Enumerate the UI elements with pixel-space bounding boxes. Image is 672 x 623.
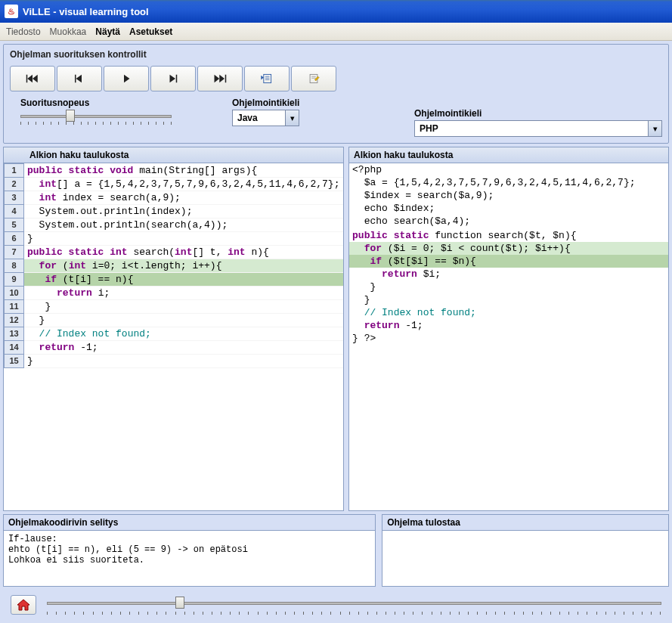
output-body <box>382 530 668 586</box>
lang-select-left-value: Java <box>233 113 285 123</box>
menu-file[interactable]: Tiedosto <box>6 26 41 37</box>
window-title: ViLLE - visual learning tool <box>23 6 149 17</box>
left-code-title: Alkion haku taulukosta <box>3 147 344 163</box>
home-button[interactable] <box>11 595 36 615</box>
footer <box>3 590 669 620</box>
code-line[interactable]: 10 return i; <box>5 286 344 299</box>
left-code-panel: Alkion haku taulukosta 1public static vo… <box>3 147 344 511</box>
menu-settings[interactable]: Asetukset <box>129 26 172 37</box>
right-code-panel: Alkion haku taulukosta <?php $a = {1,5,4… <box>348 147 669 511</box>
java-icon: ♨ <box>5 5 18 18</box>
svg-rect-0 <box>26 75 28 83</box>
svg-marker-8 <box>215 75 220 83</box>
code-line[interactable]: 7public static int search(int[] t, int n… <box>5 245 344 259</box>
svg-marker-3 <box>76 75 82 83</box>
explain-body: If-lause: ehto (t[i] == n), eli (5 == 9)… <box>4 530 375 586</box>
svg-marker-5 <box>124 75 130 83</box>
code-line[interactable]: 12 } <box>5 313 344 327</box>
edit-button[interactable] <box>291 66 336 91</box>
code-line[interactable]: for ($i = 0; $i < count($t); $i++){ <box>349 242 668 255</box>
controls-panel: Ohjelman suorituksen kontrollit Suoritus… <box>3 44 669 144</box>
explain-title: Ohjelmakoodirivin selitys <box>4 515 375 530</box>
svg-marker-1 <box>27 75 33 83</box>
code-line[interactable]: return $i; <box>349 268 668 281</box>
output-title: Ohjelma tulostaa <box>382 515 668 530</box>
code-line[interactable]: 1public static void main(String[] args){ <box>5 164 344 178</box>
code-line[interactable]: echo $index; <box>349 202 668 215</box>
svg-rect-11 <box>264 74 271 82</box>
right-code-title: Alkion haku taulukosta <box>348 147 669 163</box>
code-line[interactable]: $index = search($a,9); <box>349 189 668 202</box>
code-line[interactable]: echo search($a,4); <box>349 215 668 228</box>
svg-rect-10 <box>225 75 227 83</box>
explain-panel: Ohjelmakoodirivin selitys If-lause: ehto… <box>3 514 376 587</box>
code-line[interactable]: 3 int index = search(a,9); <box>5 191 344 204</box>
code-line[interactable]: 14 return -1; <box>5 340 344 354</box>
code-line[interactable]: 9 if (t[i] == n){ <box>5 272 344 286</box>
speed-label: Suoritusnopeus <box>20 98 172 108</box>
svg-marker-2 <box>33 75 38 83</box>
code-line[interactable]: 2 int[] a = {1,5,4,2,3,7,5,7,9,6,3,2,4,5… <box>5 177 344 191</box>
fast-forward-button[interactable] <box>197 66 243 91</box>
code-line[interactable]: 15} <box>5 354 344 367</box>
code-line[interactable]: <?php <box>349 163 668 176</box>
chevron-down-icon: ▾ <box>285 110 299 126</box>
code-line[interactable]: 4 System.out.println(index); <box>5 204 344 218</box>
rewind-button[interactable] <box>10 66 55 91</box>
menubar: Tiedosto Muokkaa Näytä Asetukset <box>0 23 672 41</box>
output-panel: Ohjelma tulostaa <box>382 514 669 587</box>
code-line[interactable]: } ?> <box>349 332 668 345</box>
code-line[interactable]: 8 for (int i=0; i<t.length; i++){ <box>5 259 344 272</box>
right-code-area[interactable]: <?php $a = {1,5,4,2,3,7,5,7,9,6,3,2,4,5,… <box>348 163 669 511</box>
step-back-button[interactable] <box>57 66 102 91</box>
code-line[interactable]: // Index not found; <box>349 306 668 319</box>
menu-edit[interactable]: Muokkaa <box>50 26 87 37</box>
code-line[interactable]: if ($t[$i] == $n){ <box>349 255 668 268</box>
code-line[interactable]: } <box>349 281 668 293</box>
code-line[interactable]: return -1; <box>349 319 668 332</box>
svg-marker-9 <box>219 75 225 83</box>
svg-marker-19 <box>314 76 319 81</box>
code-line[interactable]: public static function search($t, $n){ <box>349 229 668 242</box>
step-forward-button[interactable] <box>150 66 196 91</box>
svg-marker-6 <box>170 75 176 83</box>
svg-marker-20 <box>17 600 29 610</box>
window-titlebar: ♨ ViLLE - visual learning tool <box>0 0 672 23</box>
code-line[interactable]: 13 // Index not found; <box>5 327 344 340</box>
play-button[interactable] <box>104 66 149 91</box>
chevron-down-icon: ▾ <box>648 121 661 136</box>
controls-title: Ohjelman suorituksen kontrollit <box>5 46 410 63</box>
lang-select-right[interactable]: PHP ▾ <box>414 120 662 137</box>
code-line[interactable]: 5 System.out.println(search(a,4)); <box>5 218 344 231</box>
code-line[interactable]: 11 } <box>5 299 344 313</box>
lang-label-right: Ohjelmointikieli <box>414 108 662 119</box>
list-button[interactable] <box>244 66 290 91</box>
speed-slider[interactable] <box>20 110 172 123</box>
lang-select-right-value: PHP <box>415 123 648 134</box>
left-code-area[interactable]: 1public static void main(String[] args){… <box>3 163 344 511</box>
code-line[interactable]: 6} <box>5 231 344 245</box>
lang-label-left: Ohjelmointikieli <box>232 98 299 108</box>
code-line[interactable]: $a = {1,5,4,2,3,7,5,7,9,6,3,2,4,5,11,4,6… <box>349 176 668 189</box>
svg-marker-15 <box>261 76 264 80</box>
lang-select-left[interactable]: Java ▾ <box>232 110 299 126</box>
svg-rect-4 <box>75 75 76 83</box>
code-line[interactable]: } <box>349 293 668 306</box>
menu-view[interactable]: Näytä <box>95 26 120 37</box>
progress-slider[interactable] <box>47 597 661 613</box>
svg-rect-7 <box>176 75 178 83</box>
